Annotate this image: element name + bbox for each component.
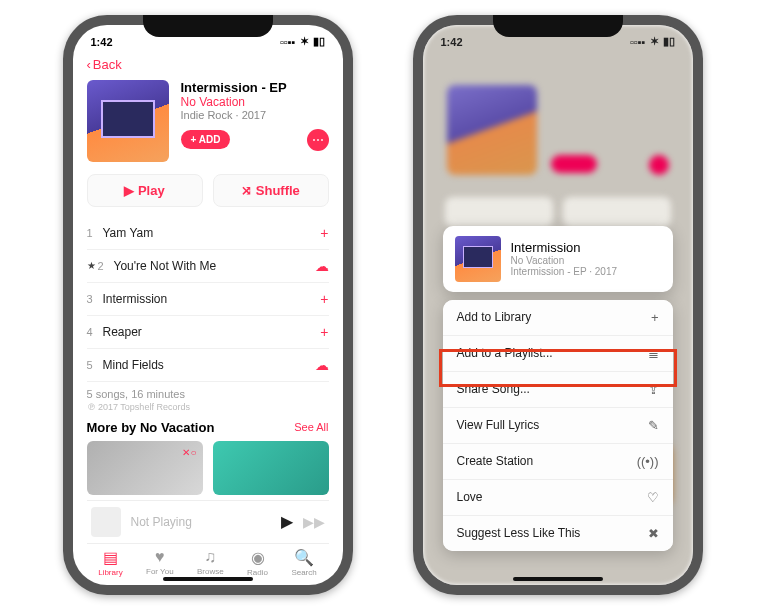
track-row[interactable]: ★ 2 You're Not With Me ☁ bbox=[87, 250, 329, 283]
wifi-icon: ✶ bbox=[650, 35, 659, 48]
track-row[interactable]: 5 Mind Fields ☁ bbox=[87, 349, 329, 382]
blurred-play-button bbox=[445, 197, 553, 227]
tab-for-you[interactable]: ♥For You bbox=[146, 548, 174, 577]
action-sheet-menu: Add to Library + Add to a Playlist... ≣ … bbox=[443, 300, 673, 551]
track-number: 2 bbox=[98, 260, 114, 272]
menu-view-lyrics[interactable]: View Full Lyrics ✎ bbox=[443, 407, 673, 443]
track-list: 1 Yam Yam + ★ 2 You're Not With Me ☁ 3 I… bbox=[87, 217, 329, 382]
add-track-icon[interactable]: + bbox=[320, 324, 328, 340]
home-indicator[interactable] bbox=[513, 577, 603, 581]
menu-label: Share Song... bbox=[457, 382, 530, 396]
note-icon: ♫ bbox=[204, 548, 216, 566]
add-button[interactable]: + ADD bbox=[181, 130, 231, 149]
notch bbox=[493, 15, 623, 37]
more-options-button[interactable]: ⋯ bbox=[307, 129, 329, 151]
signal-icon: ▫▫▪▪ bbox=[630, 36, 646, 48]
tab-browse[interactable]: ♫Browse bbox=[197, 548, 224, 577]
track-row[interactable]: 4 Reaper + bbox=[87, 316, 329, 349]
wifi-icon: ✶ bbox=[300, 35, 309, 48]
status-time: 1:42 bbox=[441, 36, 463, 48]
album-art[interactable] bbox=[87, 80, 169, 162]
tab-radio[interactable]: ◉Radio bbox=[247, 548, 268, 577]
more-by-header: More by No Vacation bbox=[87, 420, 215, 435]
add-track-icon[interactable]: + bbox=[320, 225, 328, 241]
chevron-left-icon: ‹ bbox=[87, 57, 91, 72]
blurred-more-button bbox=[649, 155, 669, 175]
blurred-add-button bbox=[551, 155, 597, 173]
track-number: 4 bbox=[87, 326, 103, 338]
status-time: 1:42 bbox=[91, 36, 113, 48]
related-album-1[interactable] bbox=[87, 441, 203, 495]
menu-label: Create Station bbox=[457, 454, 534, 468]
library-icon: ▤ bbox=[103, 548, 118, 567]
station-icon: ((•)) bbox=[637, 454, 659, 469]
download-track-icon[interactable]: ☁ bbox=[315, 357, 329, 373]
blurred-shuffle-button bbox=[563, 197, 671, 227]
track-name: Mind Fields bbox=[103, 358, 315, 372]
star-icon: ★ bbox=[87, 260, 96, 271]
forward-icon[interactable]: ▶▶ bbox=[303, 514, 325, 530]
menu-add-to-playlist[interactable]: Add to a Playlist... ≣ bbox=[443, 335, 673, 371]
menu-love[interactable]: Love ♡ bbox=[443, 479, 673, 515]
menu-share-song[interactable]: Share Song... ⇪ bbox=[443, 371, 673, 407]
track-name: Reaper bbox=[103, 325, 321, 339]
sheet-song-title: Intermission bbox=[511, 240, 618, 255]
shuffle-button[interactable]: ⤨ Shuffle bbox=[213, 174, 329, 207]
search-icon: 🔍 bbox=[294, 548, 314, 567]
back-button[interactable]: ‹ Back bbox=[87, 53, 329, 76]
sheet-album-art bbox=[455, 236, 501, 282]
tab-search[interactable]: 🔍Search bbox=[291, 548, 316, 577]
dislike-icon: ✖ bbox=[648, 526, 659, 541]
play-icon[interactable]: ▶ bbox=[281, 512, 293, 531]
album-copyright: ℗ 2017 Topshelf Records bbox=[87, 402, 329, 412]
menu-suggest-less[interactable]: Suggest Less Like This ✖ bbox=[443, 515, 673, 551]
radio-icon: ◉ bbox=[251, 548, 265, 567]
lyrics-icon: ✎ bbox=[648, 418, 659, 433]
play-button[interactable]: ▶ Play bbox=[87, 174, 203, 207]
track-row[interactable]: 1 Yam Yam + bbox=[87, 217, 329, 250]
phone-action-sheet: 1:42 ▫▫▪▪ ✶ ▮▯ Intermission No Vacation … bbox=[413, 15, 703, 595]
see-all-link[interactable]: See All bbox=[294, 421, 328, 433]
track-number: 1 bbox=[87, 227, 103, 239]
album-title: Intermission - EP bbox=[181, 80, 329, 95]
signal-icon: ▫▫▪▪ bbox=[280, 36, 296, 48]
track-name: Intermission bbox=[103, 292, 321, 306]
now-playing-bar[interactable]: Not Playing ▶ ▶▶ bbox=[87, 500, 329, 543]
now-playing-text: Not Playing bbox=[131, 515, 271, 529]
track-number: 3 bbox=[87, 293, 103, 305]
blurred-album-art bbox=[447, 85, 537, 175]
phone-album-view: 1:42 ▫▫▪▪ ✶ ▮▯ ‹ Back Intermission - EP … bbox=[63, 15, 353, 595]
action-sheet: Intermission No Vacation Intermission - … bbox=[443, 226, 673, 559]
home-indicator[interactable] bbox=[163, 577, 253, 581]
plus-icon: + bbox=[651, 310, 659, 325]
battery-icon: ▮▯ bbox=[663, 35, 675, 48]
add-track-icon[interactable]: + bbox=[320, 291, 328, 307]
heart-icon: ♥ bbox=[155, 548, 165, 566]
sheet-artist: No Vacation bbox=[511, 255, 618, 266]
track-name: You're Not With Me bbox=[114, 259, 315, 273]
menu-label: Add to Library bbox=[457, 310, 532, 324]
track-number: 5 bbox=[87, 359, 103, 371]
sheet-meta: Intermission - EP · 2017 bbox=[511, 266, 618, 277]
action-sheet-header-card: Intermission No Vacation Intermission - … bbox=[443, 226, 673, 292]
track-name: Yam Yam bbox=[103, 226, 321, 240]
back-label: Back bbox=[93, 57, 122, 72]
menu-label: Add to a Playlist... bbox=[457, 346, 553, 360]
album-summary: 5 songs, 16 minutes bbox=[87, 382, 329, 402]
menu-label: Love bbox=[457, 490, 483, 504]
now-playing-art bbox=[91, 507, 121, 537]
menu-create-station[interactable]: Create Station ((•)) bbox=[443, 443, 673, 479]
tab-library[interactable]: ▤Library bbox=[98, 548, 122, 577]
notch bbox=[143, 15, 273, 37]
track-row[interactable]: 3 Intermission + bbox=[87, 283, 329, 316]
heart-icon: ♡ bbox=[647, 490, 659, 505]
album-artist-link[interactable]: No Vacation bbox=[181, 95, 329, 109]
menu-add-to-library[interactable]: Add to Library + bbox=[443, 300, 673, 335]
battery-icon: ▮▯ bbox=[313, 35, 325, 48]
playlist-icon: ≣ bbox=[648, 346, 659, 361]
share-icon: ⇪ bbox=[648, 382, 659, 397]
download-track-icon[interactable]: ☁ bbox=[315, 258, 329, 274]
menu-label: View Full Lyrics bbox=[457, 418, 540, 432]
related-album-2[interactable] bbox=[213, 441, 329, 495]
album-meta: Indie Rock · 2017 bbox=[181, 109, 329, 121]
